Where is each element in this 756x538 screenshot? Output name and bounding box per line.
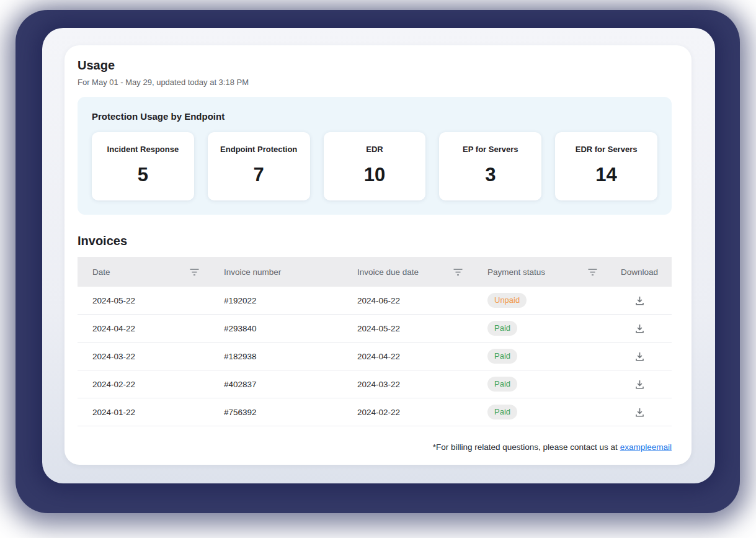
invoice-row: 2024-04-22 #293840 2024-05-22 Paid: [78, 315, 672, 343]
stat-label: Incident Response: [107, 145, 179, 155]
column-header-due-date: Invoice due date: [342, 267, 473, 277]
cell-download: [607, 293, 672, 308]
column-header-payment-status: Payment status: [473, 267, 607, 277]
cell-payment-status: Paid: [473, 405, 607, 419]
invoice-row: 2024-05-22 #192022 2024-06-22 Unpaid: [78, 287, 672, 315]
cell-date: 2024-04-22: [78, 324, 209, 333]
cell-date: 2024-01-22: [78, 408, 209, 417]
cell-payment-status: Paid: [473, 321, 607, 336]
stat-label: Endpoint Protection: [220, 145, 297, 155]
download-button[interactable]: [632, 321, 647, 336]
payment-status-badge: Paid: [487, 321, 517, 336]
stat-label: EDR: [366, 145, 383, 155]
cell-invoice-number: #293840: [209, 324, 342, 333]
payment-status-badge: Paid: [487, 405, 517, 419]
download-button[interactable]: [632, 349, 647, 364]
usage-panel: Protection Usage by Endpoint Incident Re…: [78, 97, 672, 215]
filter-lines-icon: [588, 268, 597, 276]
stat-card-edr: EDR 10: [324, 132, 426, 200]
billing-card: Usage For May 01 - May 29, updated today…: [64, 45, 692, 465]
cell-invoice-number: #192022: [209, 296, 342, 305]
payment-status-filter-button[interactable]: [587, 267, 598, 277]
cell-due-date: 2024-04-22: [342, 352, 473, 361]
column-header-date: Date: [78, 267, 209, 277]
filter-lines-icon: [190, 268, 199, 276]
download-icon: [634, 406, 646, 418]
billing-footer: *For billing related questions, please c…: [78, 442, 672, 452]
download-icon: [634, 379, 646, 390]
stat-label: EDR for Servers: [576, 145, 638, 155]
download-button[interactable]: [632, 293, 647, 308]
contact-email-link[interactable]: exampleemail: [620, 442, 672, 452]
cell-date: 2024-03-22: [78, 352, 209, 361]
invoice-row: 2024-01-22 #756392 2024-02-22 Paid: [78, 398, 672, 426]
stat-card-endpoint-protection: Endpoint Protection 7: [208, 132, 310, 200]
page-title: Usage: [78, 58, 672, 73]
stat-value: 10: [364, 164, 385, 186]
stat-value: 3: [485, 164, 496, 186]
column-label-payment-status: Payment status: [487, 267, 545, 277]
download-icon: [634, 323, 646, 334]
download-icon: [634, 351, 646, 362]
cell-payment-status: Paid: [473, 349, 607, 364]
invoice-row: 2024-02-22 #402837 2024-03-22 Paid: [78, 370, 672, 398]
cell-due-date: 2024-03-22: [342, 380, 473, 389]
stats-row: Incident Response 5 Endpoint Protection …: [92, 132, 657, 200]
usage-panel-title: Protection Usage by Endpoint: [92, 111, 657, 122]
stat-card-ep-for-servers: EP for Servers 3: [439, 132, 541, 200]
stat-value: 7: [254, 164, 264, 186]
outer-frame: Usage For May 01 - May 29, updated today…: [16, 10, 740, 513]
page-background: Usage For May 01 - May 29, updated today…: [0, 0, 756, 538]
download-icon: [634, 295, 646, 307]
payment-status-badge: Paid: [487, 377, 517, 392]
cell-invoice-number: #756392: [209, 408, 342, 417]
footer-text: *For billing related questions, please c…: [433, 442, 618, 452]
date-filter-button[interactable]: [189, 267, 200, 277]
cell-date: 2024-02-22: [78, 380, 209, 389]
column-label-due-date: Invoice due date: [357, 267, 419, 277]
cell-download: [607, 349, 672, 364]
payment-status-badge: Paid: [487, 349, 517, 364]
column-header-invoice-number: Invoice number: [209, 267, 342, 277]
cell-payment-status: Unpaid: [473, 293, 607, 308]
invoices-title: Invoices: [78, 233, 672, 248]
page-subtitle: For May 01 - May 29, updated today at 3:…: [78, 78, 672, 87]
cell-invoice-number: #182938: [209, 352, 342, 361]
cell-due-date: 2024-02-22: [342, 408, 473, 417]
cell-download: [607, 321, 672, 336]
column-label-invoice-number: Invoice number: [224, 267, 281, 277]
invoices-table-header: Date Invoice number Invoice due date: [78, 257, 672, 287]
column-header-download: Download: [607, 267, 672, 277]
filter-lines-icon: [453, 268, 463, 276]
cell-payment-status: Paid: [473, 377, 607, 392]
download-button[interactable]: [632, 377, 647, 392]
cell-date: 2024-05-22: [78, 296, 209, 305]
stat-card-edr-for-servers: EDR for Servers 14: [555, 132, 657, 200]
stat-label: EP for Servers: [463, 145, 518, 155]
invoices-table: Date Invoice number Invoice due date: [78, 257, 672, 426]
invoice-row: 2024-03-22 #182938 2024-04-22 Paid: [78, 343, 672, 370]
payment-status-badge: Unpaid: [487, 293, 527, 308]
cell-due-date: 2024-05-22: [342, 324, 473, 333]
stat-card-incident-response: Incident Response 5: [92, 132, 194, 200]
download-button[interactable]: [632, 405, 647, 420]
column-label-date: Date: [92, 267, 110, 277]
cell-download: [607, 405, 672, 420]
cell-due-date: 2024-06-22: [342, 296, 473, 305]
due-date-filter-button[interactable]: [452, 267, 464, 277]
stat-value: 14: [595, 164, 616, 186]
cell-download: [607, 377, 672, 392]
cell-invoice-number: #402837: [209, 380, 342, 389]
column-label-download: Download: [621, 267, 658, 277]
app-window: Usage For May 01 - May 29, updated today…: [42, 28, 715, 483]
stat-value: 5: [138, 164, 148, 186]
